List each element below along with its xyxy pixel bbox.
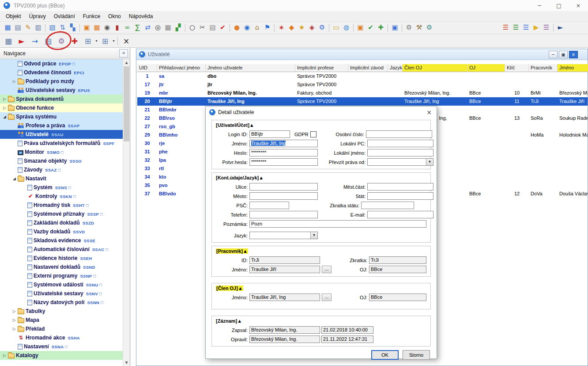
clipboard-check-icon[interactable]: ✔	[366, 23, 375, 32]
mest-cast-field[interactable]	[367, 183, 433, 191]
arrow-icon[interactable]: ▶	[531, 23, 541, 32]
nav-item-podklady-pro-mzdy[interactable]: ▷Podklady pro mzdy	[0, 77, 123, 86]
child-restore-button[interactable]: ▣	[559, 51, 568, 58]
table-row-uid-19[interactable]: 19mbrBřezovský Milan, Ing.Faktury, obcho…	[137, 89, 588, 97]
minimize-button[interactable]: ─	[530, 0, 549, 11]
gdpr-checkbox[interactable]	[310, 131, 317, 137]
nav-item-katalogy[interactable]: ▷Katalogy	[0, 351, 123, 360]
confirm-icon[interactable]: ✔	[218, 23, 227, 32]
wrench-icon[interactable]: ⚙	[317, 23, 327, 32]
scrollbar-thumb[interactable]	[124, 66, 129, 141]
chart-icon[interactable]: ▞	[173, 23, 183, 32]
binoculars-icon[interactable]: ◎	[153, 23, 162, 32]
sort-data-icon[interactable]: ⇅	[58, 23, 67, 32]
alarm-icon[interactable]: ●	[232, 23, 241, 32]
nav-item-profese-a-prava[interactable]: Profese a právaSSAP	[0, 121, 123, 130]
psc-field[interactable]	[249, 202, 289, 209]
combo-arrow-icon[interactable]: ▼	[310, 232, 317, 239]
jazyk-combo[interactable]: ▼	[249, 232, 318, 239]
stamp-icon[interactable]: ◈	[307, 23, 317, 32]
close-nav-toolbar-icon[interactable]: ×	[121, 36, 132, 46]
member-oj-field[interactable]: BBce	[369, 294, 426, 301]
tree-expanded-arrow-icon[interactable]: ◢	[11, 176, 17, 181]
menu-okno[interactable]: Okno	[104, 13, 125, 19]
window-layout-icon[interactable]: ⊞	[100, 36, 110, 46]
dialog-titlebar[interactable]: Detail uživatele ×	[206, 107, 437, 118]
menu-napoveda[interactable]: Nápověda	[125, 13, 157, 19]
star-icon[interactable]: ★	[297, 23, 306, 32]
lokalni-pc-field[interactable]	[367, 140, 433, 147]
table-row-uid-1[interactable]: 1sadboSprávce TPV2000	[137, 72, 588, 80]
grid-check-icon[interactable]: ▦	[3, 23, 12, 32]
tag-icon[interactable]: ◆	[287, 23, 296, 32]
cut-icon[interactable]: ✂	[198, 23, 207, 32]
search-icon[interactable]: ○	[188, 23, 197, 32]
menu-ovladani[interactable]: Ovládání	[50, 13, 79, 19]
potvr-hesla-field[interactable]: ********	[249, 158, 318, 166]
menu-objekt[interactable]: Objekt	[2, 13, 25, 19]
nav-item-uzivatelske-sestavy[interactable]: Uživatelské sestavySSNV □	[0, 289, 123, 298]
column-header-jazyk[interactable]: Jazyk	[388, 64, 403, 72]
nav-item-zakladani-dokladu[interactable]: Zakládání dokladůSSZD	[0, 218, 123, 227]
nav-item-monitor[interactable]: MonitorSSMO □	[0, 148, 123, 156]
login-id-field[interactable]: BB\jtr	[249, 130, 290, 138]
book-icon[interactable]: ▮	[113, 23, 122, 32]
folder-open-icon[interactable]: ▭	[332, 23, 341, 32]
telefon-field[interactable]	[249, 211, 318, 218]
menu-upravy[interactable]: Úpravy	[25, 13, 50, 19]
box-icon[interactable]: ▣	[356, 23, 365, 32]
table-row-uid-20[interactable]: 20BB\jtrTrauške Jiří, IngSprávce TPV2000…	[137, 97, 588, 106]
nav-item-systemove-priznaky[interactable]: Systémové příznakySSSP □	[0, 210, 123, 218]
nav-item-skladova-evidence[interactable]: Skladová evidenceSSSE	[0, 236, 123, 245]
column-header-clen-oj[interactable]: Člen OJ	[403, 64, 467, 72]
tree-expanded-arrow-icon[interactable]: ◢	[2, 114, 8, 119]
child-close-button[interactable]: ×	[569, 51, 578, 58]
nav-item-smazane-objekty[interactable]: Smazané objektySSSO	[0, 156, 123, 165]
nav-item-nazvy-datovych-poli[interactable]: Názvy datových políSSNN □	[0, 298, 123, 307]
worker-zkratka-field[interactable]: TrJi	[369, 256, 426, 264]
tree-collapsed-arrow-icon[interactable]: ▷	[11, 309, 17, 313]
ulice-field[interactable]	[249, 183, 318, 191]
column-header-uid[interactable]: UID	[137, 64, 157, 72]
nav-item-uzivatele[interactable]: UživateléSSAU	[0, 130, 123, 139]
nav-item-systemove-udalosti[interactable]: Systémové událostiSSNU □	[0, 280, 123, 289]
tree-collapsed-arrow-icon[interactable]: ▷	[11, 79, 17, 84]
nav-item-automaticke-cislovani[interactable]: Automatické číslováníSSAC □	[0, 245, 123, 254]
nav-item-obecne-funkce[interactable]: ▷Obecné funkce	[0, 103, 123, 112]
heslo-field[interactable]: ********	[249, 149, 318, 156]
scroll-up-icon[interactable]: ▲	[123, 59, 130, 66]
exit-icon[interactable]: ►	[556, 23, 565, 32]
zkratka-statu-field[interactable]	[361, 202, 414, 209]
gears-icon[interactable]: ⚙	[404, 23, 414, 32]
goto-record-icon[interactable]: ►	[16, 36, 27, 46]
user-rights-icon[interactable]: ⚙	[56, 36, 67, 46]
package-icon[interactable]: ▣	[82, 23, 91, 32]
home-icon[interactable]: ⌂	[253, 23, 262, 32]
email-field[interactable]	[367, 211, 433, 218]
window-menu-arrow-icon[interactable]: ▾	[94, 36, 98, 46]
worker-jmeno-field[interactable]: Trauške Jiří	[249, 266, 320, 273]
nav-item-evidence-historie[interactable]: Evidence historieSSEH	[0, 254, 123, 263]
hammer-icon[interactable]: ⚒	[415, 23, 424, 32]
close-button[interactable]: ×	[569, 0, 588, 11]
users-window-titlebar[interactable]: Uživatelé ─ ▣ ×	[136, 49, 588, 60]
tree-collapsed-arrow-icon[interactable]: ▷	[2, 97, 8, 101]
nav-item-system[interactable]: SystémSSNS □	[0, 183, 123, 192]
child-minimize-button[interactable]: ─	[549, 51, 558, 58]
lokalni-jmeno-field[interactable]	[367, 149, 433, 156]
nav-item-zavody[interactable]: ZávodySSAZ □	[0, 165, 123, 174]
member-jmeno-field[interactable]: Trauške Jiří, Ing	[249, 294, 320, 301]
nav-item-hromadne-akce[interactable]: ⇅Hromadné akceSSHA	[0, 333, 123, 342]
worker-id-field[interactable]: TrJi	[249, 256, 320, 264]
list-red-icon[interactable]: ☰	[501, 23, 510, 32]
window-cascade-icon[interactable]: ⊞	[83, 36, 93, 46]
add-user-icon[interactable]: ✚	[69, 36, 80, 46]
nav-item-externi-programy[interactable]: Externí programySSNP □	[0, 271, 123, 280]
link-icon[interactable]: ∞	[123, 23, 132, 32]
sum-icon[interactable]: ∑	[133, 23, 142, 32]
open-detail-icon[interactable]: →	[30, 36, 40, 46]
column-header-implicitni-profese[interactable]: Implicitní profese	[295, 64, 348, 72]
report-icon[interactable]: ▤	[13, 23, 23, 32]
transfer-icon[interactable]: ⇄	[143, 23, 152, 32]
list-blue-icon[interactable]: ☰	[521, 23, 531, 32]
